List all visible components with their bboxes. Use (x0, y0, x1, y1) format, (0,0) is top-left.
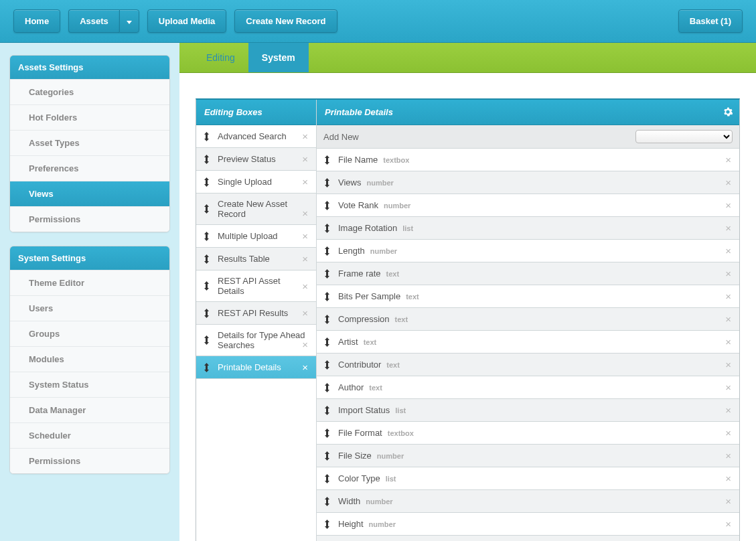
assets-dropdown-toggle[interactable] (119, 9, 139, 33)
printable-detail-row[interactable]: Widthnumber× (317, 490, 739, 513)
printable-detail-row[interactable]: Bits Per Sampletext× (317, 285, 739, 308)
drag-icon[interactable] (323, 383, 331, 392)
system-settings-item[interactable]: Users (10, 295, 169, 321)
editing-box-row[interactable]: Create New Asset Record× (196, 194, 316, 225)
drag-icon[interactable] (203, 232, 211, 241)
close-icon[interactable]: × (724, 245, 733, 256)
editing-box-row[interactable]: Printable Details× (196, 356, 316, 379)
system-settings-item[interactable]: System Status (10, 372, 169, 397)
close-icon[interactable]: × (724, 450, 733, 461)
drag-icon[interactable] (323, 224, 331, 233)
basket-button[interactable]: Basket (1) (678, 9, 743, 33)
drag-icon[interactable] (323, 315, 331, 324)
drag-icon[interactable] (323, 201, 331, 210)
system-settings-item[interactable]: Data Manager (10, 397, 169, 422)
close-icon[interactable]: × (724, 473, 733, 484)
drag-icon[interactable] (323, 474, 331, 483)
drag-icon[interactable] (323, 269, 331, 279)
close-icon[interactable]: × (724, 154, 733, 165)
printable-detail-row[interactable]: Contributortext× (317, 354, 739, 376)
close-icon[interactable]: × (724, 268, 733, 279)
assets-settings-item[interactable]: Categories (10, 79, 169, 104)
drag-icon[interactable] (323, 178, 331, 187)
drag-icon[interactable] (323, 406, 331, 415)
editing-box-row[interactable]: REST API Asset Details× (196, 270, 316, 302)
drag-icon[interactable] (323, 337, 331, 347)
close-icon[interactable]: × (724, 336, 733, 347)
printable-detail-row[interactable]: Vote Ranknumber× (317, 194, 739, 217)
editing-box-row[interactable]: Advanced Search× (196, 125, 316, 148)
drag-icon[interactable] (203, 281, 211, 291)
close-icon[interactable]: × (301, 307, 309, 319)
drag-icon[interactable] (203, 132, 211, 141)
drag-icon[interactable] (323, 360, 331, 370)
drag-icon[interactable] (323, 292, 331, 301)
close-icon[interactable]: × (724, 382, 733, 393)
close-icon[interactable]: × (724, 177, 733, 188)
gear-icon[interactable] (723, 107, 733, 119)
editing-box-row[interactable]: Details for Type Ahead Searches× (196, 325, 316, 356)
drag-icon[interactable] (203, 335, 211, 345)
printable-detail-row[interactable]: Artisttext× (317, 331, 739, 354)
close-icon[interactable]: × (724, 222, 733, 234)
drag-icon[interactable] (203, 363, 211, 372)
home-button[interactable]: Home (13, 9, 60, 33)
printable-detail-row[interactable]: Image Rotationlist× (317, 217, 739, 240)
close-icon[interactable]: × (724, 200, 733, 211)
close-icon[interactable]: × (724, 518, 733, 530)
close-icon[interactable]: × (301, 339, 309, 350)
system-settings-item[interactable]: Theme Editor (10, 270, 169, 295)
close-icon[interactable]: × (724, 359, 733, 370)
tab-system[interactable]: System (248, 43, 309, 72)
printable-detail-row[interactable]: Heightnumber× (317, 513, 739, 536)
editing-box-row[interactable]: Single Upload× (196, 171, 316, 194)
system-settings-item[interactable]: Modules (10, 346, 169, 372)
drag-icon[interactable] (203, 177, 211, 187)
upload-media-button[interactable]: Upload Media (147, 9, 227, 33)
printable-detail-row[interactable]: Import Statuslist× (317, 399, 739, 422)
drag-icon[interactable] (203, 204, 211, 214)
assets-settings-item[interactable]: Preferences (10, 155, 169, 181)
close-icon[interactable]: × (301, 176, 309, 187)
editing-box-row[interactable]: Results Table× (196, 248, 316, 270)
drag-icon[interactable] (323, 520, 331, 529)
close-icon[interactable]: × (301, 230, 309, 242)
system-settings-item[interactable]: Groups (10, 321, 169, 346)
assets-settings-item[interactable]: Permissions (10, 206, 169, 232)
assets-settings-item[interactable]: Asset Types (10, 130, 169, 155)
drag-icon[interactable] (323, 246, 331, 256)
close-icon[interactable]: × (724, 291, 733, 302)
editing-box-row[interactable]: Preview Status× (196, 148, 316, 171)
drag-icon[interactable] (323, 429, 331, 438)
editing-box-row[interactable]: REST API Results× (196, 302, 316, 325)
printable-detail-row[interactable]: Lengthnumber× (317, 240, 739, 262)
close-icon[interactable]: × (724, 313, 733, 325)
close-icon[interactable]: × (301, 362, 309, 373)
drag-icon[interactable] (203, 254, 211, 264)
close-icon[interactable]: × (301, 253, 309, 264)
assets-settings-item[interactable]: Hot Folders (10, 104, 169, 130)
close-icon[interactable]: × (301, 153, 309, 165)
close-icon[interactable]: × (301, 131, 309, 142)
printable-detail-row[interactable]: File Nametextbox× (317, 149, 739, 171)
assets-button[interactable]: Assets (68, 9, 119, 33)
editing-box-row[interactable]: Multiple Upload× (196, 225, 316, 248)
drag-icon[interactable] (203, 155, 211, 164)
close-icon[interactable]: × (724, 427, 733, 439)
close-icon[interactable]: × (301, 208, 309, 219)
printable-detail-row[interactable]: Created Ondate× (317, 536, 739, 541)
assets-settings-item[interactable]: Views (10, 181, 169, 206)
printable-detail-row[interactable]: File Formattextbox× (317, 422, 739, 445)
drag-icon[interactable] (323, 497, 331, 506)
close-icon[interactable]: × (724, 495, 733, 507)
printable-detail-row[interactable]: File Sizenumber× (317, 445, 739, 467)
add-new-select[interactable] (635, 130, 733, 143)
close-icon[interactable]: × (301, 281, 309, 292)
tab-editing[interactable]: Editing (193, 43, 248, 72)
printable-detail-row[interactable]: Compressiontext× (317, 308, 739, 331)
printable-detail-row[interactable]: Authortext× (317, 376, 739, 399)
create-new-record-button[interactable]: Create New Record (234, 9, 337, 33)
printable-detail-row[interactable]: Frame ratetext× (317, 262, 739, 285)
printable-detail-row[interactable]: Viewsnumber× (317, 171, 739, 194)
drag-icon[interactable] (323, 155, 331, 165)
